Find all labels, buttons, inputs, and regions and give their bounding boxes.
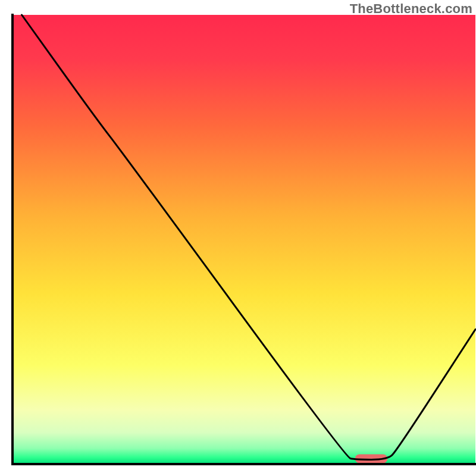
- bottleneck-chart: [0, 0, 476, 476]
- watermark-text: TheBottleneck.com: [350, 1, 472, 17]
- chart-background: [12, 15, 475, 464]
- chart-container: TheBottleneck.com: [0, 0, 476, 476]
